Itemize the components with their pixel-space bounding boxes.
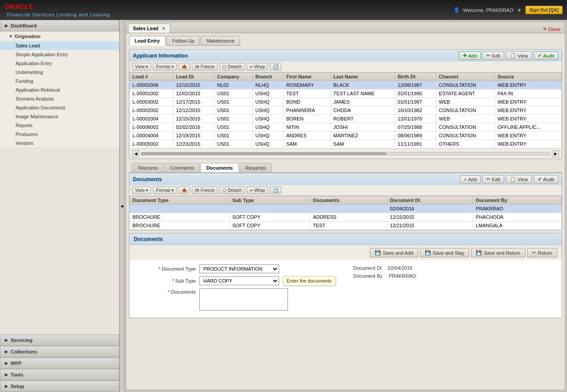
inner-tab-requests[interactable]: Requests — [240, 163, 272, 172]
docs-edit-button[interactable]: ✏ Edit — [482, 175, 504, 183]
sub-tab-lead-entry[interactable]: Lead Entry — [129, 36, 166, 46]
documents-textarea[interactable] — [199, 288, 288, 310]
sidebar-item-image[interactable]: Image Maintenance — [0, 112, 119, 121]
docs-refresh-btn[interactable]: 🔄 — [270, 186, 281, 194]
sidebar-item-app-retrieval[interactable]: Application Retrieval — [0, 85, 119, 94]
collections-label: Collections — [11, 349, 37, 354]
action-buttons: 💾 Save and Add 💾 Save and Stay 💾 Save an… — [129, 245, 562, 260]
signout-button[interactable]: Sign Out [QA] — [525, 6, 563, 14]
sidebar-origination-header[interactable]: ▼ Origination — [0, 31, 119, 41]
docs-wrap-btn[interactable]: ↩ Wrap — [247, 186, 268, 194]
col-company: Company — [214, 73, 252, 81]
return-button[interactable]: ↩ Return — [527, 248, 557, 257]
save-return-label: Save and Return — [484, 250, 520, 256]
docs-add-icon: + — [464, 177, 466, 182]
inner-tab-comments[interactable]: Comments — [164, 163, 199, 172]
doc-type-label: * Document Type — [138, 266, 196, 272]
table-row[interactable]: BROCHURESOFT COPYADDRESS12/15/2015PHACHO… — [130, 213, 562, 221]
freeze-btn[interactable]: |❄ Freeze — [192, 63, 218, 70]
doc-type-row: * Document Type PRODUCT INFORMATION — [138, 264, 336, 273]
sidebar-tools[interactable]: ▶ Tools — [0, 369, 119, 380]
table-row[interactable]: BROCHURESOFT COPYTEST12/21/2015LMANGALA — [130, 221, 562, 230]
sidebar-item-producers[interactable]: Producers — [0, 130, 119, 139]
refresh-btn[interactable]: 🔄 — [270, 63, 281, 70]
documents-table: Document Type Sub Type Documents Documen… — [129, 196, 562, 230]
scroll-right-btn[interactable]: ▶ — [552, 150, 559, 157]
wfp-label: WFP — [11, 361, 21, 366]
col-lead-num: Lead # — [130, 73, 173, 81]
sidebar-item-vendors[interactable]: Vendors — [0, 139, 119, 147]
table-row[interactable]: L-0000200412/15/2015US01USHQBORENROBERT1… — [130, 115, 562, 123]
docs-view-button[interactable]: 📋 View — [506, 175, 532, 183]
sidebar-servicing[interactable]: ▶ Servicing — [0, 334, 119, 346]
table-row[interactable]: 02/04/2016PRAKRRAO — [130, 205, 562, 213]
doc-dt-value: 02/04/2016 — [388, 265, 412, 271]
applicant-table-scroll[interactable]: Lead # Lead Dt Company Branch First Name… — [129, 72, 562, 148]
sidebar-item-simple-app[interactable]: Simple Application Entry — [0, 50, 119, 59]
sidebar-wfp[interactable]: ▶ WFP — [0, 357, 119, 369]
inner-tab-documents[interactable]: Documents — [201, 163, 239, 172]
col-birth-dt: Birth Dt — [395, 73, 436, 81]
docs-freeze-btn[interactable]: |❄ Freeze — [192, 186, 218, 194]
table-row[interactable]: L-0000300212/17/2015US01USHQBONDJAMES01/… — [130, 98, 562, 106]
save-stay-button[interactable]: 💾 Save and Stay — [420, 248, 470, 257]
scroll-left-btn[interactable]: ◀ — [132, 150, 139, 157]
wrap-btn[interactable]: ↩ Wrap — [247, 63, 268, 70]
docs-format-dropdown[interactable]: Format ▾ — [153, 186, 176, 194]
audit-button[interactable]: ✔ Audit — [534, 51, 558, 60]
sub-tab-follow-up[interactable]: Follow-Up — [167, 36, 200, 46]
docs-table-body: 02/04/2016PRAKRRAOBROCHURESOFT COPYADDRE… — [130, 205, 562, 230]
sidebar-item-app-docs[interactable]: Application Documents — [0, 103, 119, 112]
save-return-button[interactable]: 💾 Save and Return — [471, 248, 525, 257]
tab-close-icon[interactable]: ✕ — [162, 26, 165, 31]
format-dropdown-btn[interactable]: Format ▾ — [153, 63, 176, 70]
tab-sales-lead[interactable]: Sales Lead ✕ — [128, 23, 170, 33]
edit-icon: ✏ — [486, 53, 490, 58]
tab-window: Sales Lead ✕ ✕ Close Lead Entry Follow-U… — [126, 22, 565, 390]
docs-view-dropdown[interactable]: View ▾ — [132, 186, 151, 194]
table-row[interactable]: L-0000400412/19/2015US01USHQANDRESMARTIN… — [130, 132, 562, 140]
sub-tab-maintenance[interactable]: Maintenance — [201, 36, 240, 46]
view-dropdown-btn[interactable]: View ▾ — [132, 63, 151, 70]
doc-type-select[interactable]: PRODUCT INFORMATION — [199, 264, 279, 273]
docs-form-fields: * Document Type PRODUCT INFORMATION — [129, 260, 562, 318]
sidebar-item-scenario[interactable]: Scenario Analysis — [0, 94, 119, 103]
sub-type-row: * Sub Type HARD COPY Enter the documents — [138, 276, 336, 286]
sidebar-setup[interactable]: ▶ Setup — [0, 380, 119, 392]
sidebar-item-funding[interactable]: Funding — [0, 77, 119, 85]
origination-label: Origination — [15, 34, 41, 39]
sidebar-collections[interactable]: ▶ Collections — [0, 346, 119, 357]
sidebar-item-app-entry[interactable]: Application Entry — [0, 59, 119, 68]
col-doc-dt: Document Dt — [387, 196, 473, 205]
inner-tab-telecoms[interactable]: Telecoms — [132, 163, 163, 172]
col-doc-type: Document Type — [130, 196, 230, 205]
col-source: Source — [495, 73, 562, 81]
export-btn[interactable]: 📤 — [179, 63, 190, 70]
detach-btn[interactable]: ⬡ Detach — [219, 63, 245, 70]
close-button[interactable]: ✕ Close — [540, 25, 563, 33]
docs-add-button[interactable]: + Add — [460, 175, 481, 183]
view-button[interactable]: 📋 View — [506, 51, 532, 60]
sub-type-select[interactable]: HARD COPY — [199, 276, 279, 285]
docs-audit-button[interactable]: ✔ Audit — [534, 175, 558, 183]
save-add-button[interactable]: 💾 Save and Add — [370, 248, 418, 257]
sidebar-item-sales-lead[interactable]: Sales Lead — [0, 41, 119, 50]
add-button[interactable]: ✚ Add — [459, 51, 481, 60]
table-row[interactable]: L-0000200612/15/2015NL02NLHQROSEMARYBLAC… — [130, 81, 562, 89]
docs-detach-btn[interactable]: ⬡ Detach — [219, 186, 245, 194]
save-add-icon: 💾 — [375, 250, 381, 256]
save-stay-label: Save and Stay — [433, 250, 465, 256]
sidebar-item-underwriting[interactable]: Underwriting — [0, 68, 119, 77]
table-row[interactable]: L-0000500212/23/2015US01USHQSAMSAM11/11/… — [130, 140, 562, 148]
table-row[interactable]: L-0000600202/02/2016US01USHQNITINJOSHI07… — [130, 123, 562, 132]
collapse-panel[interactable]: ◀ — [120, 20, 124, 392]
table-row[interactable]: L-0000100212/02/2015US01USHQTESTTEST LAS… — [130, 89, 562, 98]
table-row[interactable]: L-0000200212/12/2015US01USHQPHANINDRACHO… — [130, 106, 562, 115]
close-x-icon: ✕ — [543, 26, 547, 32]
doc-dt-display: Document Dt 02/04/2016 — [353, 265, 416, 271]
edit-button[interactable]: ✏ Edit — [482, 51, 504, 60]
sidebar-dashboard[interactable]: ▶ DashBoard — [0, 20, 119, 31]
dashboard-arrow-icon: ▶ — [5, 23, 8, 28]
sidebar-item-reports[interactable]: Reports — [0, 121, 119, 130]
docs-export-btn[interactable]: 📤 — [179, 186, 190, 194]
